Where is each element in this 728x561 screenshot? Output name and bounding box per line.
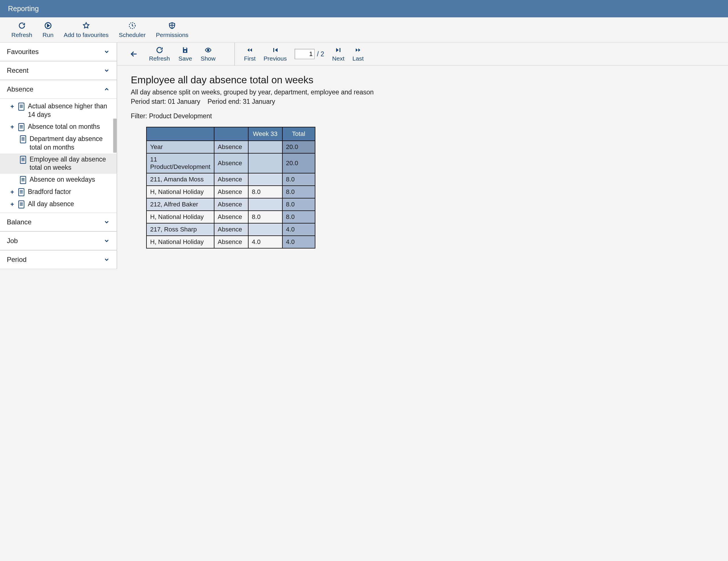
- section-balance-label: Balance: [7, 218, 32, 226]
- table-row: Year Absence 20.0: [146, 141, 315, 153]
- section-recent-label: Recent: [7, 67, 28, 74]
- section-job-label: Job: [7, 237, 18, 245]
- sidebar: Favourites Recent Absence +: [0, 43, 117, 269]
- table-row: 212, Alfred Baker Absence 8.0: [146, 198, 315, 211]
- last-icon: [354, 46, 362, 54]
- scheduler-label: Scheduler: [119, 32, 146, 38]
- scheduler-button[interactable]: Scheduler: [119, 21, 146, 38]
- tree-item-absence-months[interactable]: + Absence total on months: [0, 121, 117, 133]
- add-favourite-label: Add to favourites: [64, 32, 109, 38]
- report-body: Employee all day absence total on weeks …: [117, 66, 728, 257]
- first-icon: [245, 46, 254, 54]
- chevron-down-icon: [104, 256, 110, 263]
- eye-icon: [204, 46, 212, 54]
- chevron-down-icon: [104, 219, 110, 225]
- document-icon: [19, 135, 27, 144]
- cell-type: Absence: [214, 141, 248, 153]
- expand-icon[interactable]: +: [10, 188, 15, 196]
- svg-rect-12: [273, 48, 274, 52]
- play-icon: [44, 21, 52, 30]
- cell-type: Absence: [214, 223, 248, 236]
- previous-page-button[interactable]: Previous: [264, 46, 287, 62]
- cell-total: 8.0: [282, 211, 315, 223]
- expand-icon[interactable]: +: [10, 103, 15, 111]
- cell-type: Absence: [214, 236, 248, 248]
- cell-type: Absence: [214, 198, 248, 211]
- refresh-button[interactable]: Refresh: [11, 21, 32, 38]
- filter-value: Product Development: [149, 112, 212, 120]
- tree-item-label: Department day absence total on months: [30, 135, 114, 152]
- cell-type: Absence: [214, 153, 248, 173]
- tree-item-actual-absence[interactable]: + Actual absence higher than 14 days: [0, 100, 117, 121]
- period-start-label: Period start:: [131, 98, 166, 105]
- section-period-label: Period: [7, 256, 26, 264]
- first-label: First: [244, 55, 256, 62]
- save-button[interactable]: Save: [179, 46, 192, 62]
- main-layout: Favourites Recent Absence +: [0, 43, 728, 269]
- next-page-button[interactable]: Next: [332, 46, 344, 62]
- table-row: H, National Holiday Absence 8.0 8.0: [146, 211, 315, 223]
- report-period: Period start: 01 January Period end: 31 …: [131, 98, 714, 105]
- shield-icon: [168, 21, 176, 30]
- run-button[interactable]: Run: [43, 21, 54, 38]
- table-row: 11 Product/Development Absence 20.0: [146, 153, 315, 173]
- section-period[interactable]: Period: [0, 250, 117, 269]
- cell-name: 11 Product/Development: [146, 153, 214, 173]
- page-total-label: / 2: [317, 50, 324, 58]
- chevron-down-icon: [104, 49, 110, 55]
- document-icon: [18, 123, 25, 131]
- cell-name: 211, Amanda Moss: [146, 173, 214, 186]
- report-toolbar-pagination: First Previous / 2 Next: [234, 43, 371, 65]
- cell-type: Absence: [214, 211, 248, 223]
- period-end-value: 31 January: [243, 98, 275, 105]
- expand-icon[interactable]: +: [10, 200, 15, 209]
- save-label: Save: [179, 55, 192, 62]
- section-job[interactable]: Job: [0, 231, 117, 250]
- report-toolbar: Refresh Save Show: [117, 43, 728, 66]
- table-row: H, National Holiday Absence 8.0 8.0: [146, 186, 315, 198]
- document-icon: [18, 188, 25, 196]
- permissions-button[interactable]: Permissions: [156, 21, 188, 38]
- cell-week: [248, 198, 282, 211]
- svg-rect-9: [184, 47, 187, 49]
- document-icon: [19, 156, 27, 164]
- section-recent[interactable]: Recent: [0, 61, 117, 80]
- cell-total: 8.0: [282, 186, 315, 198]
- svg-rect-13: [340, 48, 340, 52]
- last-page-button[interactable]: Last: [352, 46, 364, 62]
- section-absence[interactable]: Absence: [0, 80, 117, 99]
- back-button[interactable]: [127, 47, 140, 61]
- document-icon: [18, 200, 25, 209]
- tree-item-absence-weekdays[interactable]: Absence on weekdays: [0, 174, 117, 186]
- tree-item-label: Bradford factor: [28, 188, 114, 196]
- section-balance[interactable]: Balance: [0, 213, 117, 231]
- cell-week: [248, 223, 282, 236]
- cell-total: 20.0: [282, 153, 315, 173]
- cell-week: [248, 141, 282, 153]
- scrollbar-thumb[interactable]: [113, 119, 117, 153]
- table-row: 217, Ross Sharp Absence 4.0: [146, 223, 315, 236]
- header-week: Week 33: [248, 127, 282, 141]
- cell-name: H, National Holiday: [146, 186, 214, 198]
- report-table: Week 33 Total Year Absence 20.0 11 Produ…: [146, 127, 315, 249]
- cell-total: 8.0: [282, 173, 315, 186]
- report-filter: Filter: Product Development: [131, 112, 714, 120]
- expand-icon[interactable]: +: [10, 123, 15, 131]
- tree-item-all-day-absence[interactable]: + All day absence: [0, 198, 117, 210]
- cell-name: H, National Holiday: [146, 211, 214, 223]
- document-icon: [18, 102, 25, 111]
- first-page-button[interactable]: First: [244, 46, 256, 62]
- tree-item-dept-absence[interactable]: Department day absence total on months: [0, 133, 117, 154]
- show-button[interactable]: Show: [200, 46, 216, 62]
- section-favourites[interactable]: Favourites: [0, 43, 117, 61]
- tree-item-bradford[interactable]: + Bradford factor: [0, 186, 117, 198]
- report-refresh-button[interactable]: Refresh: [149, 46, 170, 62]
- table-row: H, National Holiday Absence 4.0 4.0: [146, 236, 315, 248]
- add-favourite-button[interactable]: Add to favourites: [64, 21, 109, 38]
- star-icon: [82, 21, 90, 30]
- last-label: Last: [352, 55, 364, 62]
- document-icon: [19, 176, 27, 184]
- tree-item-employee-absence-weeks[interactable]: Employee all day absence total on weeks: [0, 154, 117, 174]
- save-icon: [181, 46, 189, 54]
- page-number-input[interactable]: [295, 49, 315, 59]
